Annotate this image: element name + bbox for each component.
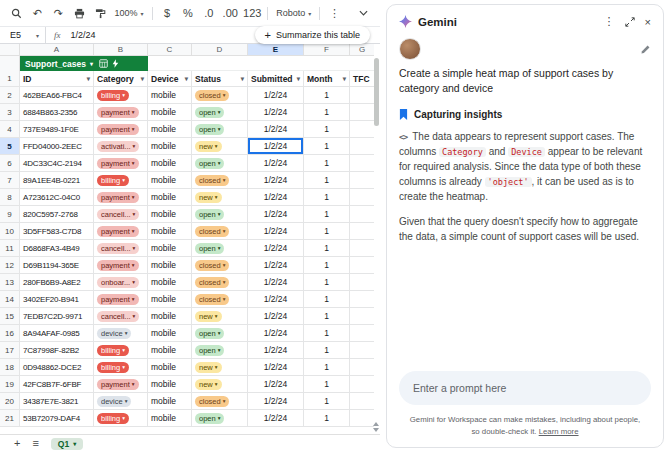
cell-tfc[interactable] xyxy=(350,87,374,104)
cell-tfc[interactable] xyxy=(350,104,374,121)
increase-decimal-icon[interactable]: .00 xyxy=(223,6,237,20)
category-chip[interactable]: payment▾ xyxy=(97,192,139,203)
table-header-id[interactable]: ID▾ xyxy=(20,71,94,87)
cell-submitted[interactable]: 1/2/24 xyxy=(248,223,304,240)
category-chip[interactable]: cancell...▾ xyxy=(97,243,139,254)
cell-status[interactable]: open▾ xyxy=(192,121,248,138)
column-header-F[interactable]: F xyxy=(304,44,350,56)
cell-device[interactable]: mobile xyxy=(148,155,192,172)
close-icon[interactable]: × xyxy=(645,16,651,28)
status-chip[interactable]: closed▾ xyxy=(195,260,229,271)
scroll-down-icon[interactable] xyxy=(373,428,379,432)
cell-month[interactable]: 1 xyxy=(304,155,350,172)
row-number[interactable]: 7 xyxy=(0,172,20,189)
category-chip[interactable]: payment▾ xyxy=(97,294,139,305)
cell-id[interactable]: 4DC33C4C-2194 xyxy=(20,155,94,172)
category-chip[interactable]: payment▾ xyxy=(97,158,139,169)
row-number[interactable]: 18 xyxy=(0,359,20,376)
cell-category[interactable]: payment▾ xyxy=(94,257,148,274)
cell-tfc[interactable] xyxy=(350,121,374,138)
cell-id[interactable]: 7C87998F-82B2 xyxy=(20,342,94,359)
cell-month[interactable]: 1 xyxy=(304,359,350,376)
cell-submitted[interactable]: 1/2/24 xyxy=(248,410,304,427)
scroll-arrows[interactable] xyxy=(373,422,379,432)
cell-submitted[interactable]: 1/2/24 xyxy=(248,393,304,410)
filter-caret-icon[interactable]: ▾ xyxy=(241,75,244,83)
cell-submitted[interactable]: 1/2/24 xyxy=(248,206,304,223)
cell-status[interactable]: open▾ xyxy=(192,410,248,427)
cell-tfc[interactable] xyxy=(350,189,374,206)
cell-status[interactable]: closed▾ xyxy=(192,291,248,308)
zoom-select[interactable]: 100%▾ xyxy=(115,8,144,18)
cell-category[interactable]: payment▾ xyxy=(94,189,148,206)
cell-tfc[interactable] xyxy=(350,376,374,393)
cell-status[interactable]: closed▾ xyxy=(192,87,248,104)
all-sheets-icon[interactable]: ≡ xyxy=(32,438,38,449)
status-chip[interactable]: new▾ xyxy=(195,379,222,390)
cell-month[interactable]: 1 xyxy=(304,206,350,223)
cell-submitted[interactable]: 1/2/24 xyxy=(248,155,304,172)
status-chip[interactable]: new▾ xyxy=(195,362,222,373)
cell-id[interactable]: 737E9489-1F0E xyxy=(20,121,94,138)
cell-category[interactable]: cancell...▾ xyxy=(94,240,148,257)
cell-id[interactable]: D6868FA3-4B49 xyxy=(20,240,94,257)
sheet-tab-q1[interactable]: Q1 ▾ xyxy=(51,438,83,450)
cell-id[interactable]: A723612C-04C0 xyxy=(20,189,94,206)
cell-month[interactable]: 1 xyxy=(304,104,350,121)
cell-status[interactable]: open▾ xyxy=(192,155,248,172)
summarize-table-button[interactable]: + Summarize this table xyxy=(255,26,370,44)
filter-caret-icon[interactable]: ▾ xyxy=(343,75,346,83)
cell-status[interactable]: new▾ xyxy=(192,308,248,325)
cell-month[interactable]: 1 xyxy=(304,325,350,342)
cell-tfc[interactable] xyxy=(350,308,374,325)
row-number[interactable]: 21 xyxy=(0,410,20,427)
row-number[interactable]: 14 xyxy=(0,291,20,308)
cell-tfc[interactable] xyxy=(350,155,374,172)
cell-device[interactable]: mobile xyxy=(148,206,192,223)
cell-category[interactable]: billing▾ xyxy=(94,172,148,189)
cell-category[interactable]: payment▾ xyxy=(94,291,148,308)
cell-month[interactable]: 1 xyxy=(304,291,350,308)
scrollbar-thumb[interactable] xyxy=(374,58,379,126)
cell-status[interactable]: open▾ xyxy=(192,342,248,359)
cell-month[interactable]: 1 xyxy=(304,121,350,138)
cell-device[interactable]: mobile xyxy=(148,308,192,325)
cell-id[interactable]: 0D948862-DCE2 xyxy=(20,359,94,376)
cell-category[interactable]: device▾ xyxy=(94,325,148,342)
row-number[interactable]: 2 xyxy=(0,87,20,104)
status-chip[interactable]: closed▾ xyxy=(195,294,229,305)
cell-submitted[interactable]: 1/2/24 xyxy=(248,240,304,257)
cell-device[interactable]: mobile xyxy=(148,410,192,427)
cell-id[interactable]: FFD04000-2EEC xyxy=(20,138,94,155)
status-chip[interactable]: new▾ xyxy=(195,192,222,203)
cell-status[interactable]: new▾ xyxy=(192,138,248,155)
cell-device[interactable]: mobile xyxy=(148,189,192,206)
grid-corner[interactable] xyxy=(0,44,20,56)
category-chip[interactable]: onboar...▾ xyxy=(97,277,139,288)
column-header-E[interactable]: E xyxy=(248,44,304,56)
cell-device[interactable]: mobile xyxy=(148,393,192,410)
cell-id[interactable]: 89A1EE4B-0221 xyxy=(20,172,94,189)
cell-status[interactable]: new▾ xyxy=(192,376,248,393)
cell-month[interactable]: 1 xyxy=(304,376,350,393)
cell-category[interactable]: billing▾ xyxy=(94,359,148,376)
table-header-tfc[interactable]: TFC xyxy=(350,71,374,87)
cell-tfc[interactable] xyxy=(350,240,374,257)
cell-tfc[interactable] xyxy=(350,172,374,189)
filter-caret-icon[interactable]: ▾ xyxy=(87,75,90,83)
status-chip[interactable]: new▾ xyxy=(195,141,222,152)
column-header-D[interactable]: D xyxy=(192,44,248,56)
number-format-icon[interactable]: 123 xyxy=(245,6,259,20)
category-chip[interactable]: payment▾ xyxy=(97,226,139,237)
cell-id[interactable]: 7EDB7C2D-9971 xyxy=(20,308,94,325)
cell-status[interactable]: closed▾ xyxy=(192,393,248,410)
cell-tfc[interactable] xyxy=(350,359,374,376)
cell-month[interactable]: 1 xyxy=(304,138,350,155)
prompt-input[interactable] xyxy=(399,371,651,405)
cell-category[interactable]: billing▾ xyxy=(94,342,148,359)
cell-tfc[interactable] xyxy=(350,342,374,359)
cell-id[interactable]: 3D5FF583-C7D8 xyxy=(20,223,94,240)
column-header-B[interactable]: B xyxy=(94,44,148,56)
cell-category[interactable]: payment▾ xyxy=(94,376,148,393)
cell-month[interactable]: 1 xyxy=(304,410,350,427)
